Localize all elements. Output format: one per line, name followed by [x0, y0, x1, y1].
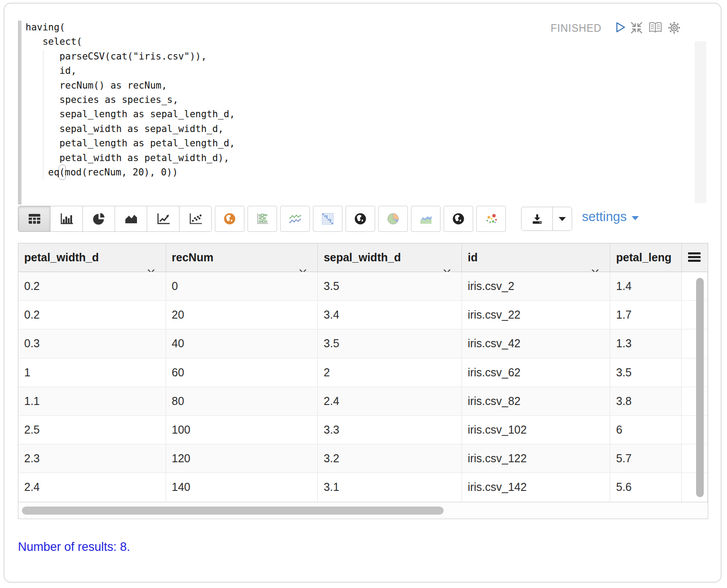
viz-button-line-chart[interactable] [147, 206, 180, 232]
scroll-gutter [682, 387, 708, 415]
cell: 1 [18, 358, 166, 387]
visualization-toolbar [18, 206, 506, 232]
editor-gutter [18, 21, 21, 205]
column-header[interactable]: petal_leng [610, 243, 682, 272]
viz-button-bubble-matrix[interactable] [248, 206, 277, 232]
bar-chart-icon [60, 213, 73, 225]
chevron-down-icon[interactable] [147, 256, 155, 272]
scroll-gutter [682, 329, 708, 358]
column-header[interactable]: recNum [166, 243, 318, 272]
viz-button-map-orange[interactable] [215, 206, 244, 232]
chevron-down-icon[interactable] [443, 256, 451, 272]
viz-button-heatmap[interactable] [313, 206, 342, 232]
viz-button-area-chart[interactable] [115, 206, 147, 232]
column-header[interactable]: petal_width_d [18, 243, 166, 272]
table-row: 2.4 140 3.1 iris.csv_142 5.6 [18, 473, 708, 502]
cell: iris.csv_82 [462, 387, 611, 415]
cell: 3.8 [610, 387, 682, 415]
code-line: sepal_width as sepal_width_d, [26, 122, 688, 136]
cell: 2.4 [318, 387, 462, 415]
table-row: 0.3 40 3.5 iris.csv_42 1.3 [18, 329, 708, 358]
globe-dark-icon [452, 213, 465, 225]
column-header-label: petal_leng [616, 251, 671, 264]
cell: iris.csv_62 [462, 358, 611, 387]
scroll-gutter [682, 358, 708, 387]
cell: 3.1 [318, 473, 462, 501]
cell: 80 [166, 387, 318, 415]
cell: 3.2 [318, 444, 462, 473]
cell: 3.5 [610, 358, 682, 387]
paragraph-status: FINISHED [551, 22, 602, 34]
settings-label: settings [582, 209, 627, 224]
cell: 140 [166, 473, 318, 501]
viz-button-globe-dark-2[interactable] [444, 206, 473, 232]
viz-button-pie-color[interactable] [378, 206, 408, 232]
cell: 1.1 [18, 387, 166, 415]
column-header[interactable]: sepal_width_d [318, 243, 462, 272]
download-button[interactable] [522, 207, 552, 230]
run-button[interactable] [613, 21, 627, 34]
column-menu-button[interactable] [682, 243, 708, 272]
bubble-matrix-icon [256, 213, 269, 225]
cell: 0 [166, 272, 318, 300]
cell: iris.csv_42 [462, 329, 611, 358]
cell: 0.2 [18, 301, 166, 329]
multi-line-chart-icon [288, 213, 302, 225]
heatmap-icon [321, 213, 334, 225]
code-line: species as species_s, [26, 93, 688, 107]
show-editor-button[interactable] [647, 21, 663, 34]
scroll-gutter [682, 301, 708, 329]
cell: 1.7 [610, 301, 682, 329]
results-count: Number of results: 8. [18, 540, 130, 554]
code-editor[interactable]: having( select( parseCSV(cat("iris.csv")… [26, 20, 688, 179]
area-chart-icon [124, 213, 138, 225]
viz-button-table[interactable] [18, 206, 51, 232]
cell: 6 [610, 416, 682, 444]
column-header[interactable]: id [462, 243, 611, 272]
viz-button-scatter-chart[interactable] [179, 206, 212, 232]
vertical-scrollbar[interactable] [696, 278, 704, 497]
cell: iris.csv_22 [462, 301, 611, 329]
scatter-color-icon [484, 213, 498, 225]
cell: iris.csv_102 [462, 416, 611, 444]
zeppelin-paragraph: having( select( parseCSV(cat("iris.csv")… [0, 0, 727, 588]
editor-scrollbar[interactable] [695, 41, 706, 203]
code-line: id, [26, 64, 688, 78]
gear-icon [667, 21, 681, 35]
settings-toggle[interactable]: settings [582, 209, 639, 224]
download-split-button [521, 207, 572, 231]
chevron-down-icon[interactable] [299, 256, 307, 272]
code-text: mod(recNum, 20), 0)) [65, 167, 178, 178]
viz-button-bar-chart[interactable] [50, 206, 83, 232]
viz-button-area-color[interactable] [411, 206, 440, 232]
globe-orange-icon [223, 213, 236, 225]
scroll-gutter [682, 473, 708, 501]
column-header-label: id [468, 251, 478, 264]
cell: 120 [166, 444, 318, 473]
download-options-button[interactable] [552, 207, 572, 230]
chevron-down-icon[interactable] [591, 256, 599, 272]
cell: iris.csv_122 [462, 444, 611, 473]
cell: 2.4 [18, 473, 166, 501]
viz-button-scatter-color[interactable] [476, 206, 506, 232]
viz-button-pie-chart[interactable] [82, 206, 115, 232]
cell: 2.3 [18, 444, 166, 473]
cell: 0.2 [18, 272, 166, 300]
scroll-gutter [682, 416, 708, 444]
code-line: sepal_length as sepal_length_d, [26, 107, 688, 121]
horizontal-scrollbar-track[interactable] [18, 502, 708, 519]
collapse-button[interactable] [629, 21, 644, 35]
paragraph-settings-button[interactable] [667, 21, 681, 35]
cell: iris.csv_2 [462, 272, 611, 300]
horizontal-scrollbar-thumb[interactable] [22, 507, 444, 515]
cell: 0.3 [18, 329, 166, 358]
cell: 2 [318, 358, 462, 387]
table-icon [28, 213, 41, 225]
scatter-chart-icon [189, 213, 202, 225]
viz-button-multi-line[interactable] [280, 206, 310, 232]
table-row: 2.5 100 3.3 iris.csv_102 6 [18, 416, 708, 444]
column-header-label: sepal_width_d [324, 251, 401, 264]
viz-button-globe-dark[interactable] [346, 206, 375, 232]
column-header-label: petal_width_d [24, 251, 99, 264]
pie-chart-icon [92, 213, 106, 225]
